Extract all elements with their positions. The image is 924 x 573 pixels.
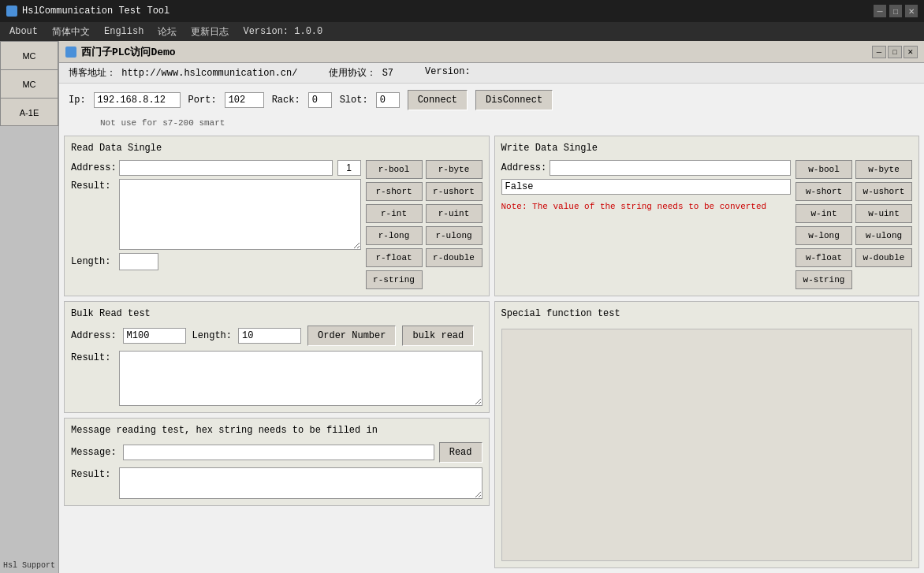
w-uint-button[interactable]: w-uint (855, 204, 912, 223)
special-function-section: Special function test (494, 301, 920, 568)
message-label: Message: (71, 447, 118, 458)
r-double-button[interactable]: r-double (426, 248, 482, 267)
read-address-label: Address: (71, 162, 114, 173)
w-ushort-button[interactable]: w-ushort (855, 182, 912, 201)
w-bool-button[interactable]: w-bool (795, 160, 852, 179)
read-result-box (119, 179, 361, 250)
app-icon (6, 6, 17, 17)
write-data-section: Write Data Single Address: Note: (494, 136, 920, 296)
protocol-label: 使用协议： (329, 68, 376, 79)
inner-close-button[interactable]: ✕ (904, 46, 918, 58)
slot-input[interactable] (376, 92, 400, 108)
ip-input[interactable] (94, 92, 181, 108)
r-byte-button[interactable]: r-byte (426, 160, 482, 179)
r-bool-button[interactable]: r-bool (366, 160, 423, 179)
write-value-input[interactable] (501, 179, 792, 195)
special-function-title: Special function test (501, 308, 913, 319)
write-note: Note: The value of the string needs to b… (501, 201, 792, 213)
protocol-value: S7 (382, 68, 393, 79)
order-number-button[interactable]: Order Number (307, 326, 396, 346)
right-content: Write Data Single Address: Note: (494, 136, 920, 568)
title-bar: HslCommunication Test Tool ─ □ ✕ (0, 0, 924, 22)
read-address-input[interactable] (119, 160, 333, 176)
menu-version: Version: 1.0.0 (237, 22, 329, 41)
inner-minimize-button[interactable]: ─ (872, 46, 886, 58)
w-string-button[interactable]: w-string (795, 270, 852, 289)
write-address-input[interactable] (550, 160, 792, 176)
slot-label: Slot: (340, 95, 368, 106)
w-short-button[interactable]: w-short (795, 182, 852, 201)
menu-forum[interactable]: 论坛 (151, 22, 183, 41)
left-panel: MC MC A-1E Hsl Support (0, 41, 59, 573)
rack-label: Rack: (272, 95, 300, 106)
hsl-support-label: Hsl Support (0, 558, 58, 573)
r-short-button[interactable]: r-short (366, 182, 423, 201)
port-label: Port: (188, 95, 217, 106)
r-string-button[interactable]: r-string (366, 270, 423, 289)
menu-english[interactable]: English (98, 22, 150, 41)
read-length-input[interactable] (119, 253, 158, 270)
inner-maximize-button[interactable]: □ (888, 46, 902, 58)
inner-window: 西门子PLC访问Demo ─ □ ✕ 博客地址： http://www.hslc… (59, 41, 924, 573)
bulk-address-input[interactable] (123, 328, 186, 344)
w-int-button[interactable]: w-int (795, 204, 852, 223)
version-label: Version: (425, 66, 471, 80)
w-float-button[interactable]: w-float (795, 248, 852, 267)
w-long-button[interactable]: w-long (795, 226, 852, 245)
disconnect-button[interactable]: DisConnect (475, 90, 553, 110)
content-area: Read Data Single Address: Result: (59, 131, 924, 573)
plc-icon (65, 47, 76, 58)
left-content: Read Data Single Address: Result: (64, 136, 490, 568)
inner-title-bar: 西门子PLC访问Demo ─ □ ✕ (59, 41, 924, 63)
app-title: HslCommunication Test Tool (22, 6, 170, 17)
write-address-label: Address: (501, 162, 545, 173)
r-ulong-button[interactable]: r-ulong (426, 226, 482, 245)
write-data-title: Write Data Single (501, 143, 913, 154)
close-button[interactable]: ✕ (905, 5, 918, 17)
w-double-button[interactable]: w-double (855, 248, 912, 267)
w-byte-button[interactable]: w-byte (855, 160, 912, 179)
maximize-button[interactable]: □ (889, 5, 902, 17)
bulk-result-box (119, 351, 482, 406)
info-bar: 博客地址： http://www.hslcommunication.cn/ 使用… (59, 63, 924, 84)
blog-url: http://www.hslcommunication.cn/ (121, 68, 297, 79)
menu-simplified-chinese[interactable]: 简体中文 (46, 22, 96, 41)
r-long-button[interactable]: r-long (366, 226, 423, 245)
blog-label: 博客地址： (69, 68, 116, 79)
read-buttons-grid: r-bool r-byte r-short r-ushort r-int r-u… (366, 160, 482, 289)
menu-bar: About 简体中文 English 论坛 更新日志 Version: 1.0.… (0, 22, 924, 41)
connection-note: Not use for s7-200 smart (69, 118, 915, 128)
read-data-title: Read Data Single (71, 143, 482, 154)
a1e-button[interactable]: A-1E (0, 98, 58, 126)
inner-window-title: 西门子PLC访问Demo (81, 45, 176, 59)
menu-changelog[interactable]: 更新日志 (184, 22, 235, 41)
read-button[interactable]: Read (439, 442, 482, 463)
read-data-section: Read Data Single Address: Result: (64, 136, 490, 296)
connect-button[interactable]: Connect (408, 90, 468, 110)
message-result-label: Result: (71, 467, 114, 480)
r-ushort-button[interactable]: r-ushort (426, 182, 482, 201)
menu-about[interactable]: About (3, 22, 44, 41)
bulk-read-title: Bulk Read test (71, 308, 482, 319)
mc-button-1[interactable]: MC (0, 41, 58, 69)
w-ulong-button[interactable]: w-ulong (855, 226, 912, 245)
rack-input[interactable] (308, 92, 332, 108)
message-read-title: Message reading test, hex string needs t… (71, 425, 482, 436)
r-float-button[interactable]: r-float (366, 248, 423, 267)
bulk-result-label: Result: (71, 351, 114, 363)
bulk-read-button[interactable]: bulk read (402, 326, 474, 346)
read-address-num[interactable] (337, 160, 361, 176)
read-result-label: Result: (71, 179, 114, 192)
r-uint-button[interactable]: r-uint (426, 204, 482, 223)
minimize-button[interactable]: ─ (874, 5, 886, 17)
message-read-section: Message reading test, hex string needs t… (64, 418, 490, 506)
port-input[interactable] (225, 92, 264, 108)
r-int-button[interactable]: r-int (366, 204, 423, 223)
message-input[interactable] (123, 445, 434, 460)
write-buttons-grid: w-bool w-byte w-short w-ushort w-int w-u… (795, 160, 912, 289)
bulk-length-input[interactable] (238, 328, 301, 344)
bulk-read-section: Bulk Read test Address: Length: Order Nu… (64, 301, 490, 413)
bulk-length-label: Length: (192, 330, 232, 341)
mc-button-2[interactable]: MC (0, 69, 58, 98)
main-panel: 西门子PLC访问Demo ─ □ ✕ 博客地址： http://www.hslc… (59, 41, 924, 573)
